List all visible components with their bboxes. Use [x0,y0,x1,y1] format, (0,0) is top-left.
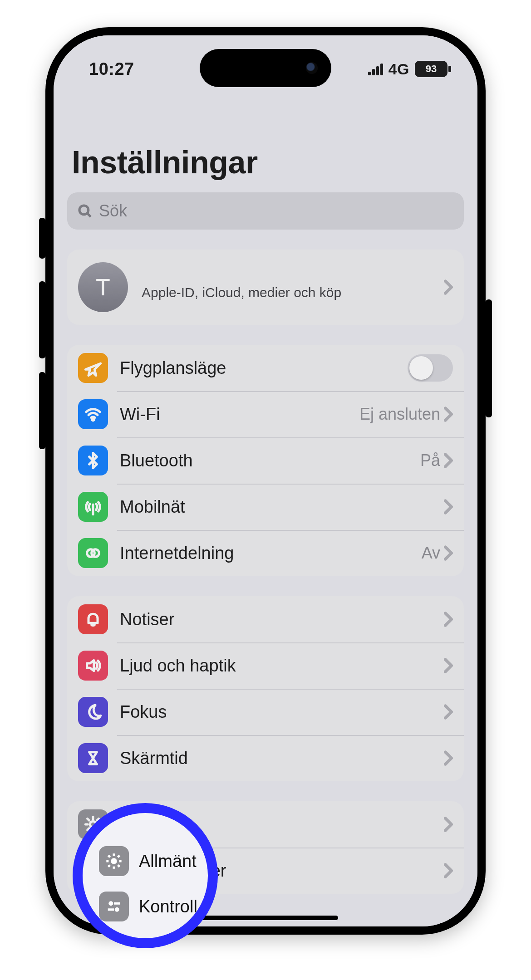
bell-icon [78,604,108,634]
focus-label: Fokus [120,702,444,722]
cellular-icon [78,492,108,522]
svg-line-13 [88,828,89,830]
silent-switch [39,218,45,259]
moon-icon [78,697,108,727]
search-input[interactable]: Sök [67,192,464,230]
screentime-row[interactable]: Skärmtid [67,735,464,781]
general-row[interactable]: Allmänt [67,801,464,848]
hotspot-value: Av [422,544,440,563]
account-group: T Apple-ID, iCloud, medier och köp [67,250,464,325]
bluetooth-row[interactable]: Bluetooth På [67,437,464,484]
screentime-label: Skärmtid [120,749,444,768]
search-icon [77,203,93,219]
chevron-right-icon [444,658,453,673]
bluetooth-label: Bluetooth [120,451,420,470]
cellular-row[interactable]: Mobilnät [67,484,464,530]
volume-down-button [39,372,45,449]
svg-point-6 [90,821,96,827]
system-group: Allmänt Kontrollcenter [67,801,464,894]
general-label: Allmänt [120,815,444,834]
notifications-row[interactable]: Notiser [67,596,464,642]
wifi-value: Ej ansluten [359,405,440,424]
chevron-right-icon [444,863,453,878]
airplane-mode-label: Flygplansläge [120,358,402,378]
page-title: Inställningar [54,94,477,192]
status-time: 10:27 [81,47,134,79]
svg-line-11 [88,819,89,821]
dynamic-island [200,49,331,87]
wifi-icon [78,399,108,429]
chevron-right-icon [444,279,453,295]
bluetooth-value: På [420,451,440,470]
hotspot-icon [78,538,108,568]
home-indicator[interactable] [193,916,338,920]
chevron-right-icon [444,817,453,832]
apple-id-subtitle: Apple-ID, iCloud, medier och köp [142,274,444,300]
speaker-icon [78,651,108,681]
sounds-label: Ljud och haptik [120,656,444,676]
power-button [486,299,492,417]
battery-icon: 93 [415,61,447,77]
svg-point-2 [92,418,94,421]
svg-point-0 [79,206,88,215]
wifi-label: Wi-Fi [120,405,359,424]
sliders-icon [78,856,108,886]
chevron-right-icon [444,545,453,561]
search-placeholder: Sök [99,201,127,220]
screen: 10:27 4G 93 Inställningar Sök [54,35,477,926]
chevron-right-icon [444,612,453,627]
bluetooth-icon [78,446,108,475]
hotspot-label: Internetdelning [120,544,422,563]
airplane-mode-row[interactable]: Flygplansläge [67,345,464,391]
notifications-label: Notiser [120,610,444,629]
chevron-right-icon [444,750,453,766]
controlcenter-label: Kontrollcenter [120,861,444,881]
chevron-right-icon [444,499,453,514]
svg-point-17 [94,872,98,876]
apple-id-row[interactable]: T Apple-ID, iCloud, medier och köp [67,250,464,325]
svg-point-15 [88,865,92,870]
network-type-label: 4G [388,60,409,78]
wifi-row[interactable]: Wi-Fi Ej ansluten [67,391,464,437]
connectivity-group: Flygplansläge Wi-Fi Ej ansluten [67,345,464,576]
hourglass-icon [78,743,108,773]
avatar: T [78,262,128,312]
sounds-row[interactable]: Ljud och haptik [67,642,464,689]
controlcenter-row[interactable]: Kontrollcenter [67,848,464,894]
alerts-group: Notiser Ljud och haptik [67,596,464,781]
svg-line-1 [88,214,91,217]
cellular-signal-icon [368,63,383,75]
svg-line-12 [97,828,99,830]
volume-up-button [39,281,45,358]
hotspot-row[interactable]: Internetdelning Av [67,530,464,576]
chevron-right-icon [444,704,453,720]
chevron-right-icon [444,407,453,422]
phone-frame: 10:27 4G 93 Inställningar Sök [45,27,486,935]
airplane-icon [78,353,108,383]
gear-icon [78,809,108,839]
cellular-label: Mobilnät [120,497,444,517]
svg-line-14 [97,819,99,821]
focus-row[interactable]: Fokus [67,689,464,735]
chevron-right-icon [444,453,453,468]
airplane-mode-switch[interactable] [408,354,453,382]
